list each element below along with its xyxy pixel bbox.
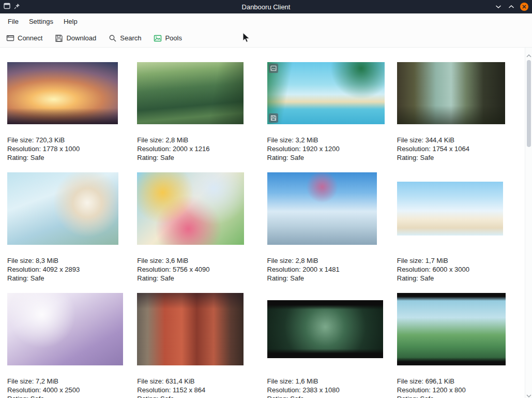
- rating-label: Rating: Safe: [137, 153, 257, 162]
- rating-label: Rating: Safe: [397, 274, 518, 283]
- connect-button[interactable]: Connect: [6, 34, 42, 42]
- file-size-label: File size: 2,8 MiB: [267, 256, 388, 265]
- post-metadata: File size: 720,3 KiB Resolution: 1778 x …: [7, 136, 128, 162]
- gallery-item-cliff-ruins[interactable]: File size: 344,4 KiB Resolution: 1754 x …: [397, 62, 518, 162]
- gallery-item-sunset-horizon[interactable]: File size: 720,3 KiB Resolution: 1778 x …: [7, 62, 128, 162]
- post-metadata: File size: 344,4 KiB Resolution: 1754 x …: [397, 136, 518, 162]
- beach-girl-thumbnail[interactable]: [267, 62, 385, 124]
- file-size-label: File size: 720,3 KiB: [7, 136, 128, 144]
- resolution-label: Resolution: 1754 x 1064: [397, 144, 518, 153]
- content-area: File size: 720,3 KiB Resolution: 1778 x …: [0, 48, 532, 398]
- post-metadata: File size: 3,6 MiB Resolution: 5756 x 40…: [137, 256, 257, 283]
- rating-label: Rating: Safe: [7, 274, 128, 283]
- snowy-mountain-thumbnail[interactable]: [7, 293, 123, 365]
- chevron-down-icon[interactable]: [494, 3, 503, 11]
- resolution-label: Resolution: 4000 x 2500: [7, 386, 128, 394]
- resolution-label: Resolution: 2000 x 1216: [137, 144, 257, 153]
- titlebar: Danbooru Client: [0, 0, 532, 13]
- cliff-ruins-thumbnail[interactable]: [397, 62, 505, 124]
- thumbnail-area: [7, 293, 128, 365]
- menubar: File Settings Help: [0, 13, 532, 29]
- gallery-item-shrine-gate[interactable]: File size: 631,4 KiB Resolution: 1152 x …: [137, 293, 257, 398]
- close-button[interactable]: [520, 3, 528, 11]
- rating-label: Rating: Safe: [267, 274, 388, 283]
- download-button[interactable]: Download: [55, 34, 96, 42]
- gallery-item-forest-torii[interactable]: File size: 1,6 MiB Resolution: 2383 x 10…: [267, 293, 388, 398]
- rating-label: Rating: Safe: [267, 394, 388, 398]
- resolution-label: Resolution: 1920 x 1200: [267, 144, 388, 153]
- download-icon: [55, 34, 63, 42]
- thumbnail-area: [267, 293, 388, 365]
- post-metadata: File size: 2,8 MiB Resolution: 2000 x 14…: [267, 256, 388, 283]
- search-button[interactable]: Search: [109, 34, 141, 42]
- rating-label: Rating: Safe: [397, 153, 518, 162]
- file-size-label: File size: 1,7 MiB: [397, 256, 518, 265]
- rating-label: Rating: Safe: [267, 153, 388, 162]
- gallery-item-beach-girl[interactable]: File size: 3,2 MiB Resolution: 1920 x 12…: [267, 62, 388, 162]
- tower-girl-thumbnail[interactable]: [7, 172, 118, 245]
- gallery-item-grassy-arches[interactable]: File size: 696,1 KiB Resolution: 1200 x …: [397, 293, 518, 398]
- file-size-label: File size: 8,3 MiB: [7, 256, 128, 265]
- shrine-gate-thumbnail[interactable]: [137, 293, 244, 365]
- resolution-label: Resolution: 5756 x 4090: [137, 265, 257, 274]
- thumbnail-area: [137, 172, 257, 245]
- pin-icon[interactable]: [14, 2, 20, 11]
- gallery-item-forest-path[interactable]: File size: 2,8 MiB Resolution: 2000 x 12…: [137, 62, 257, 162]
- file-size-label: File size: 344,4 KiB: [397, 136, 518, 144]
- download-label: Download: [66, 34, 96, 42]
- menu-settings[interactable]: Settings: [24, 15, 58, 28]
- rating-label: Rating: Safe: [7, 394, 128, 398]
- forest-path-thumbnail[interactable]: [137, 62, 244, 124]
- post-metadata: File size: 696,1 KiB Resolution: 1200 x …: [397, 377, 518, 398]
- thumbnail-area: [397, 172, 518, 245]
- forest-torii-thumbnail[interactable]: [267, 300, 383, 358]
- sunset-horizon-thumbnail[interactable]: [7, 62, 118, 124]
- resolution-label: Resolution: 4092 x 2893: [7, 265, 128, 274]
- menu-help[interactable]: Help: [58, 15, 83, 28]
- save-overlay-icon: [269, 113, 278, 123]
- menu-file[interactable]: File: [3, 15, 24, 28]
- toolbar: Connect Download Search Po: [0, 29, 532, 48]
- grassy-arches-thumbnail[interactable]: [397, 293, 506, 365]
- post-metadata: File size: 2,8 MiB Resolution: 2000 x 12…: [137, 136, 257, 162]
- image-overlay-icon: [269, 64, 278, 73]
- thumbnail-area: [267, 172, 388, 245]
- post-metadata: File size: 631,4 KiB Resolution: 1152 x …: [137, 377, 257, 398]
- vertical-scrollbar[interactable]: [525, 48, 532, 398]
- pools-label: Pools: [165, 34, 182, 42]
- gallery-item-two-girls-picnic[interactable]: File size: 3,6 MiB Resolution: 5756 x 40…: [137, 172, 257, 283]
- beach-sky-thumbnail[interactable]: [397, 182, 503, 235]
- post-metadata: File size: 8,3 MiB Resolution: 4092 x 28…: [7, 256, 128, 283]
- resolution-label: Resolution: 1778 x 1000: [7, 144, 128, 153]
- scrollbar-thumb[interactable]: [527, 60, 531, 147]
- search-label: Search: [120, 34, 141, 42]
- gallery-item-beach-sky[interactable]: File size: 1,7 MiB Resolution: 6000 x 30…: [397, 172, 518, 283]
- resolution-label: Resolution: 1200 x 800: [397, 386, 518, 394]
- resolution-label: Resolution: 1152 x 864: [137, 386, 257, 394]
- thumbnail-area: [7, 172, 128, 245]
- post-metadata: File size: 3,2 MiB Resolution: 1920 x 12…: [267, 136, 388, 162]
- file-size-label: File size: 2,8 MiB: [137, 136, 257, 144]
- gallery-item-parasol-girl[interactable]: File size: 2,8 MiB Resolution: 2000 x 14…: [267, 172, 388, 283]
- gallery-item-tower-girl[interactable]: File size: 8,3 MiB Resolution: 4092 x 28…: [7, 172, 128, 283]
- gallery-grid: File size: 720,3 KiB Resolution: 1778 x …: [0, 48, 525, 398]
- parasol-girl-thumbnail[interactable]: [267, 172, 377, 245]
- file-size-label: File size: 631,4 KiB: [137, 377, 257, 386]
- post-metadata: File size: 7,2 MiB Resolution: 4000 x 25…: [7, 377, 128, 398]
- chevron-up-icon[interactable]: [507, 3, 515, 11]
- scroll-down-icon[interactable]: [526, 391, 531, 395]
- file-size-label: File size: 3,6 MiB: [137, 256, 257, 265]
- scroll-up-icon[interactable]: [526, 51, 531, 55]
- two-girls-picnic-thumbnail[interactable]: [137, 172, 244, 245]
- gallery-item-snowy-mountain[interactable]: File size: 7,2 MiB Resolution: 4000 x 25…: [7, 293, 128, 398]
- connect-label: Connect: [18, 34, 42, 42]
- file-size-label: File size: 3,2 MiB: [267, 136, 388, 144]
- pools-button[interactable]: Pools: [154, 34, 182, 42]
- pools-icon: [154, 34, 162, 42]
- thumbnail-area: [137, 62, 257, 124]
- file-size-label: File size: 696,1 KiB: [397, 377, 518, 386]
- rating-label: Rating: Safe: [7, 153, 128, 162]
- search-icon: [109, 34, 117, 42]
- resolution-label: Resolution: 2000 x 1481: [267, 265, 388, 274]
- window-title: Danbooru Client: [0, 3, 532, 11]
